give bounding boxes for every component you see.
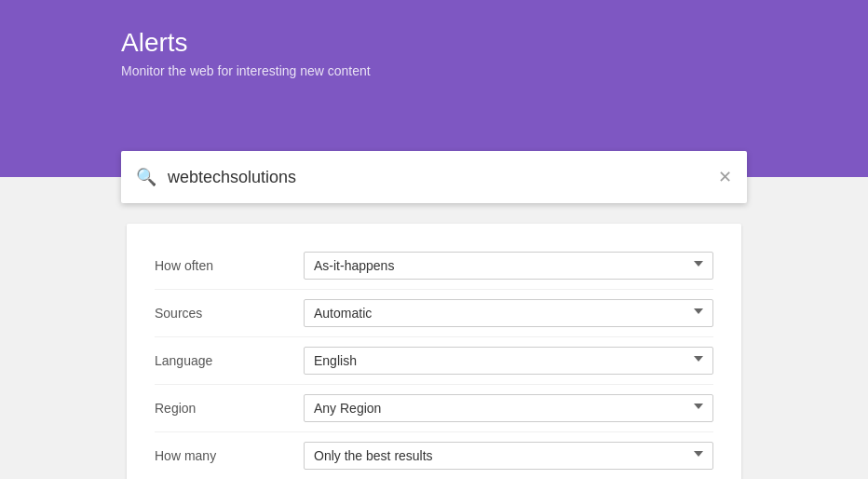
option-row-sources: Sources Automatic News Blogs Web Video B… bbox=[155, 290, 713, 337]
main-content: How often As-it-happens At most once a d… bbox=[0, 224, 868, 479]
clear-icon[interactable]: ✕ bbox=[718, 167, 732, 187]
option-row-region: Region Any Region United States United K… bbox=[155, 385, 713, 432]
options-panel: How often As-it-happens At most once a d… bbox=[127, 224, 741, 479]
option-row-how-often: How often As-it-happens At most once a d… bbox=[155, 242, 713, 290]
sources-label: Sources bbox=[155, 306, 304, 321]
region-select[interactable]: Any Region United States United Kingdom … bbox=[304, 394, 713, 422]
option-row-how-many: How many Only the best results All resul… bbox=[155, 432, 713, 479]
option-row-language: Language English French German Spanish bbox=[155, 337, 713, 385]
how-many-label: How many bbox=[155, 448, 304, 463]
page-subtitle: Monitor the web for interesting new cont… bbox=[121, 63, 868, 78]
sources-select[interactable]: Automatic News Blogs Web Video Books Dis… bbox=[304, 299, 713, 327]
how-many-select[interactable]: Only the best results All results bbox=[304, 442, 713, 470]
page-title: Alerts bbox=[121, 28, 868, 58]
search-icon: 🔍 bbox=[136, 167, 156, 187]
how-often-label: How often bbox=[155, 258, 304, 273]
page-header: Alerts Monitor the web for interesting n… bbox=[0, 0, 868, 177]
search-input[interactable] bbox=[168, 168, 718, 187]
search-bar: 🔍 ✕ bbox=[121, 151, 747, 203]
how-often-select[interactable]: As-it-happens At most once a day At most… bbox=[304, 252, 713, 280]
language-label: Language bbox=[155, 353, 304, 368]
language-select[interactable]: English French German Spanish bbox=[304, 347, 713, 375]
region-label: Region bbox=[155, 401, 304, 416]
